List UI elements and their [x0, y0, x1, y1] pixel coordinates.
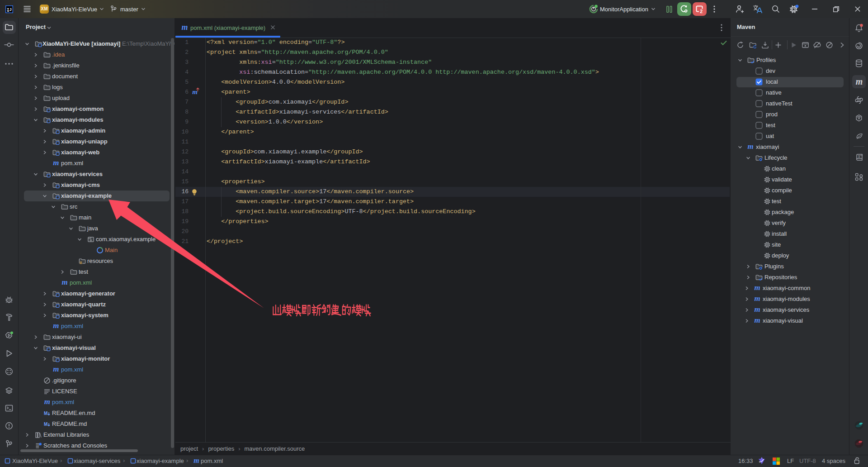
svg-text:A: A [858, 155, 860, 158]
svg-text:M: M [44, 422, 47, 427]
svg-text:M: M [44, 411, 47, 416]
svg-text:2: 2 [700, 9, 703, 14]
